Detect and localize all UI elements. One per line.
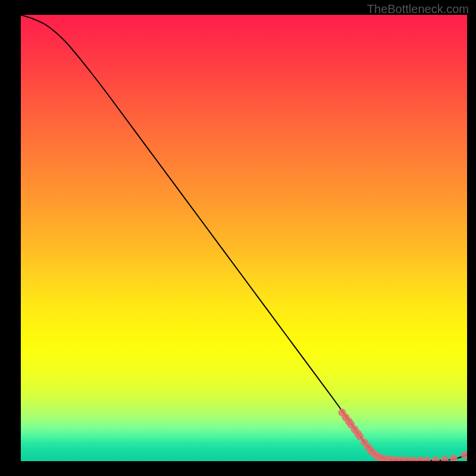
scatter-point xyxy=(441,456,449,461)
chart-container: TheBottleneck.com xyxy=(0,0,476,476)
plot-area xyxy=(21,15,467,461)
scatter-point xyxy=(450,455,458,461)
scatter-point xyxy=(416,456,424,461)
chart-svg xyxy=(21,15,467,461)
scatter-point xyxy=(461,452,467,459)
watermark-text: TheBottleneck.com xyxy=(367,2,469,16)
scatter-points xyxy=(339,409,468,461)
bottleneck-curve xyxy=(21,15,467,461)
scatter-point xyxy=(432,456,440,461)
scatter-point xyxy=(423,456,431,461)
scatter-point xyxy=(403,456,411,461)
scatter-point xyxy=(410,456,418,461)
